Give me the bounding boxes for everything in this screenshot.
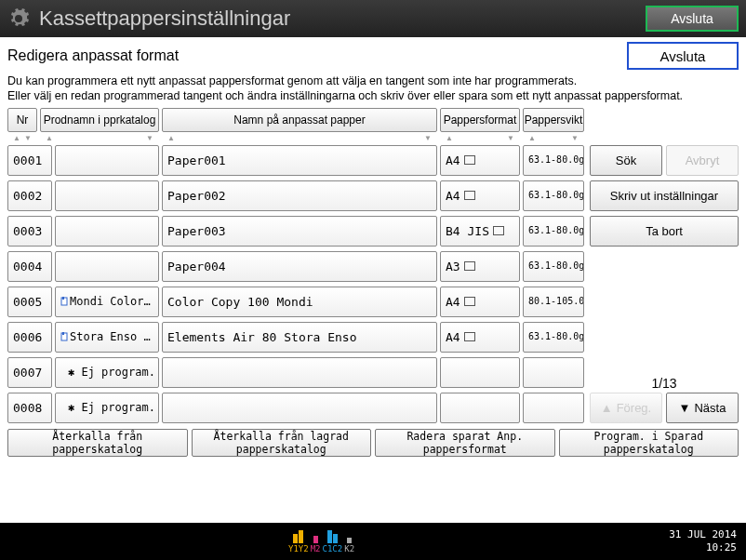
doc-icon [60,332,70,341]
orientation-icon [493,226,504,235]
paper-table: 0001Paper001A463.1-80.0g/m20002Paper002A… [7,145,584,423]
cell-nr[interactable]: 0004 [7,251,52,282]
cell-papername[interactable] [162,357,437,388]
cell-papername[interactable]: Elements Air 80 Stora Enso [162,322,437,353]
orientation-icon [464,191,475,200]
cell-weight[interactable] [523,357,584,388]
search-button[interactable]: Sök [590,145,662,176]
orientation-icon [464,261,475,271]
cell-prodname[interactable]: ✱ Ej program. [55,393,159,423]
cell-prodname[interactable]: Stora Enso … [55,322,159,353]
table-row[interactable]: 0002Paper002A463.1-80.0g/m2 [7,180,584,211]
cancel-button: Avbryt [666,145,739,176]
cell-weight[interactable]: 80.1-105.0g/m2 [523,287,584,317]
prev-page-button: ▲Föreg. [590,393,662,423]
col-weight[interactable]: Pappersvikt [523,108,584,132]
table-row[interactable]: 0001Paper001A463.1-80.0g/m2 [7,145,584,176]
datetime: 31 JUL 2014 10:25 [669,528,737,555]
sort-indicators: ▲▼ ▲▼ ▲▼ ▲▼ ▲▼ [7,134,739,143]
table-row[interactable]: 0006Stora Enso …Elements Air 80 Stora En… [7,322,584,353]
cell-papername[interactable]: Paper001 [162,145,437,176]
cell-prodname[interactable] [55,216,159,247]
action-column: Sök Avbryt Skriv ut inställningar Ta bor… [590,145,739,423]
print-settings-button[interactable]: Skriv ut inställningar [590,180,739,211]
close-button[interactable]: Avsluta [627,42,739,70]
cell-size[interactable]: A4 [440,322,520,353]
cell-size[interactable] [440,393,520,423]
bottom-actions: Återkalla från papperskatalog Återkalla … [7,429,739,457]
table-row[interactable]: 0005Mondi Color…Color Copy 100 MondiA480… [7,287,584,317]
cell-size[interactable]: A4 [440,287,520,317]
cell-papername[interactable]: Color Copy 100 Mondi [162,287,437,317]
time: 10:25 [669,541,737,554]
titlebar: Kassettpappersinställningar Avsluta [0,0,746,37]
toner-group: K2 [344,538,354,553]
svg-rect-1 [62,297,64,300]
toner-group: M2 [311,536,321,553]
page-title: Redigera anpassat format [7,47,627,64]
date: 31 JUL 2014 [669,528,737,541]
cell-papername[interactable]: Paper004 [162,251,437,282]
cell-weight[interactable]: 63.1-80.0g/m2 [523,180,584,211]
table-row[interactable]: 0007✱ Ej program. [7,357,584,388]
instruction-line: Du kan programmera ett nytt anpassat pap… [7,73,739,88]
toner-label: Y1Y2 [288,544,309,553]
orientation-icon [464,297,475,306]
col-papername[interactable]: Namn på anpassat papper [162,108,437,132]
cell-weight[interactable]: 63.1-80.0g/m2 [523,322,584,353]
toner-label: C1C2 [323,544,343,553]
cell-papername[interactable]: Paper002 [162,180,437,211]
col-prodname[interactable]: Prodnamn i pprkatalog [40,108,159,132]
orientation-icon [464,332,475,341]
cell-nr[interactable]: 0006 [7,322,52,353]
statusbar: Y1Y2M2C1C2K2 31 JUL 2014 10:25 [0,523,746,560]
cell-nr[interactable]: 0008 [7,393,52,423]
cell-prodname[interactable] [55,145,159,176]
table-row[interactable]: 0008✱ Ej program. [7,393,584,423]
triangle-up-icon: ▲ [601,401,613,415]
cell-nr[interactable]: 0001 [7,145,52,176]
program-saved-button[interactable]: Program. i Sparad papperskatalog [559,429,739,457]
exit-button[interactable]: Avsluta [646,6,739,32]
cell-papername[interactable]: Paper003 [162,216,437,247]
triangle-down-icon: ▼ [679,401,691,415]
cell-prodname[interactable] [55,251,159,282]
cell-weight[interactable] [523,393,584,423]
cell-size[interactable]: B4 JIS [440,216,520,247]
recall-catalog-button[interactable]: Återkalla från papperskatalog [7,429,188,457]
cell-size[interactable]: A4 [440,145,520,176]
table-row[interactable]: 0003Paper003B4 JIS63.1-80.0g/m2 [7,216,584,247]
cell-weight[interactable]: 63.1-80.0g/m2 [523,251,584,282]
col-nr[interactable]: Nr [7,108,37,132]
cell-prodname[interactable]: Mondi Color… [55,287,159,317]
cell-weight[interactable]: 63.1-80.0g/m2 [523,145,584,176]
recall-stored-button[interactable]: Återkalla från lagrad papperskatalog [192,429,372,457]
column-headers: Nr Prodnamn i pprkatalog Namn på anpassa… [7,108,739,132]
pager: 1/13 ▲Föreg. ▼Nästa [590,376,739,423]
delete-saved-button[interactable]: Radera sparat Anp. pappersformat [375,429,555,457]
cell-prodname[interactable] [55,180,159,211]
toner-label: K2 [344,544,354,553]
cell-size[interactable]: A3 [440,251,520,282]
cell-prodname[interactable]: ✱ Ej program. [55,357,159,388]
cell-size[interactable] [440,357,520,388]
cell-nr[interactable]: 0003 [7,216,52,247]
cell-papername[interactable] [162,393,437,423]
cell-nr[interactable]: 0007 [7,357,52,388]
cell-weight[interactable]: 63.1-80.0g/m2 [523,216,584,247]
table-row[interactable]: 0004Paper004A363.1-80.0g/m2 [7,251,584,282]
doc-icon [60,297,70,306]
instructions: Du kan programmera ett nytt anpassat pap… [7,73,739,104]
next-page-button[interactable]: ▼Nästa [666,393,739,423]
toner-group: Y1Y2 [288,530,309,553]
cell-nr[interactable]: 0005 [7,287,52,317]
cell-size[interactable]: A4 [440,180,520,211]
main-panel: Redigera anpassat format Avsluta Du kan … [0,37,746,523]
gear-icon [7,7,30,30]
app-title: Kassettpappersinställningar [39,7,646,31]
toner-group: C1C2 [323,530,343,553]
cell-nr[interactable]: 0002 [7,180,52,211]
orientation-icon [464,155,475,165]
delete-button[interactable]: Ta bort [590,216,739,247]
col-size[interactable]: Pappersformat [440,108,520,132]
